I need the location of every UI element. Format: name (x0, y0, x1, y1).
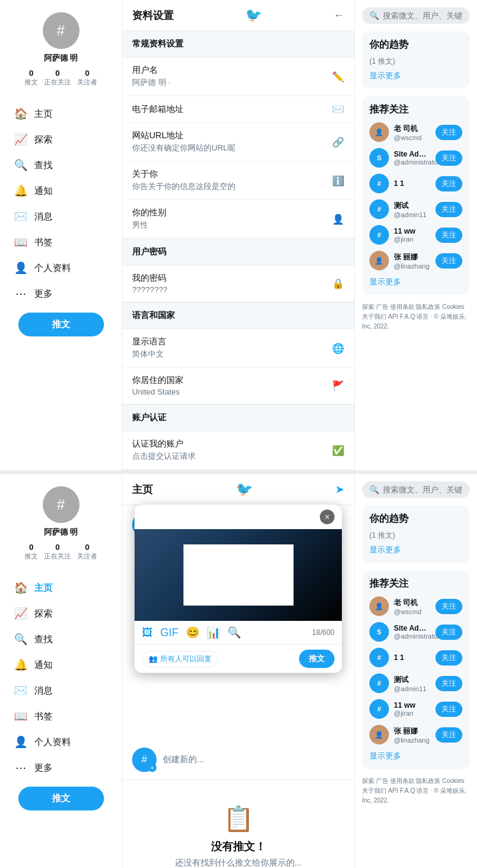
search-icon: 🔍 (13, 158, 28, 172)
search-tweet-icon[interactable]: 🔍 (227, 626, 241, 639)
follow-btn-2-3[interactable]: 关注 (435, 650, 462, 666)
settings-main: 资料设置 🐦 ← 常规资料设置 用户名 阿萨德 明 · ✏️ 电子邮箱地址 ✉️ (122, 0, 355, 470)
auth-setting[interactable]: 认证我的账户 点击提交认证请求 ✅ (122, 431, 354, 470)
sidebar-item-profile-2[interactable]: 👤个人资料 (6, 729, 116, 755)
info-icon: ℹ️ (332, 175, 344, 187)
sidebar-1: # 阿萨德 明 0 推文 0 正在关注 0 关注者 🏠主页 📈探索 🔍查找 🔔通… (0, 0, 122, 470)
follow-avatar-6: 👤 (369, 251, 389, 270)
password-setting[interactable]: 我的密码 ???????? 🔒 (122, 265, 354, 302)
modal-header: × (135, 505, 342, 529)
flag-icon: 🚩 (332, 380, 344, 391)
user-avatar-area: # 阿萨德 明 0 推文 0 正在关注 0 关注者 (6, 12, 116, 101)
stats-row: 0 推文 0 正在关注 0 关注者 (24, 69, 97, 87)
sidebar-item-messages-2[interactable]: ✉️消息 (6, 678, 116, 703)
modal-footer: 👥 所有人可以回复 推文 (135, 645, 342, 673)
sidebar-item-notifications-2[interactable]: 🔔通知 (6, 652, 116, 678)
username-setting[interactable]: 用户名 阿萨德 明 · ✏️ (122, 57, 354, 96)
sidebar-item-search-2[interactable]: 🔍查找 (6, 626, 116, 652)
search-input-1[interactable] (383, 11, 462, 20)
sidebar-2: # 阿萨德 明 0 推文 0 正在关注 0 关注者 🏠主页 📈探索 🔍查找 🔔通… (0, 474, 122, 868)
sidebar-item-home[interactable]: 🏠主页 (6, 101, 116, 127)
gif-icon[interactable]: GIF (160, 626, 179, 639)
follow-avatar-2-6: 👤 (369, 725, 389, 744)
auth-settings-section: 账户认证 认证我的账户 点击提交认证请求 ✅ (122, 405, 354, 470)
send-icon[interactable]: ➤ (335, 483, 344, 496)
trend-count-1: (1 推文) (369, 56, 462, 67)
follow-btn-1[interactable]: 关注 (435, 125, 462, 140)
search-input-2[interactable] (383, 485, 462, 494)
bell-icon-2: 🔔 (13, 658, 28, 672)
follow-btn-2-6[interactable]: 关注 (435, 727, 462, 743)
about-setting[interactable]: 关于你 你告关于你的信息这段是空的 ℹ️ (122, 161, 354, 200)
image-icon[interactable]: 🖼 (142, 626, 153, 639)
sidebar-item-messages[interactable]: ✉️消息 (6, 204, 116, 229)
tweet-button-1[interactable]: 推文 (18, 313, 104, 336)
follow-btn-2-5[interactable]: 关注 (435, 702, 462, 717)
emoji-icon[interactable]: 😊 (186, 626, 199, 639)
show-more-trends-2[interactable]: 显示更多 (369, 544, 462, 555)
email-setting[interactable]: 电子邮箱地址 ✉️ (122, 96, 354, 123)
home-title: 主页 (132, 483, 153, 497)
follow-btn-4[interactable]: 关注 (435, 202, 462, 217)
show-more-follow-2[interactable]: 显示更多 (369, 751, 462, 762)
bookmark-icon-2: 📖 (13, 710, 28, 723)
sidebar-item-search[interactable]: 🔍查找 (6, 152, 116, 178)
tweet-submit-button[interactable]: 推文 (299, 650, 335, 668)
username-display: 阿萨德 明 (44, 53, 78, 64)
follow-item-2-4: # 测试 @admin11 关注 (369, 673, 462, 693)
user-avatar-area-2: # 阿萨德 明 0 推文 0 正在关注 0 关注者 (6, 486, 116, 575)
edit-icon: ✏️ (332, 71, 344, 83)
country-setting[interactable]: 你居住的国家 United States 🚩 (122, 368, 354, 404)
search-box-2[interactable]: 🔍 (362, 481, 470, 498)
search-box-1[interactable]: 🔍 (362, 7, 470, 24)
follow-btn-3[interactable]: 关注 (435, 176, 462, 191)
no-tweets-subtitle: 还没有找到什么推文给你展示的... (135, 858, 342, 868)
footer-links-2: 探索 广告 使用条款 隐私政策 Cookies 关于我们 API F.A.Q 语… (362, 776, 470, 806)
search-icon-1: 🔍 (369, 11, 379, 20)
back-arrow-icon[interactable]: ← (333, 9, 344, 22)
follow-avatar-2-4: # (369, 673, 389, 693)
create-hashtag-row[interactable]: # + 创建新的... (122, 740, 354, 780)
sidebar-item-more-2[interactable]: ⋯更多 (6, 755, 116, 781)
sidebar-item-profile[interactable]: 👤个人资料 (6, 255, 116, 281)
show-more-follow-1[interactable]: 显示更多 (369, 276, 462, 287)
language-setting[interactable]: 显示语言 简体中文 🌐 (122, 329, 354, 368)
avatar-2: # (43, 486, 80, 523)
home-icon: 🏠 (13, 107, 28, 121)
tweet-button-2[interactable]: 推文 (18, 787, 104, 811)
twitter-bird-icon: 🐦 (245, 7, 262, 23)
follow-avatar-2-1: 👤 (369, 596, 389, 616)
follow-btn-2-1[interactable]: 关注 (435, 599, 462, 614)
follow-btn-2[interactable]: 关注 (435, 150, 462, 166)
follow-btn-2-2[interactable]: 关注 (435, 625, 462, 640)
sidebar-item-notifications[interactable]: 🔔通知 (6, 178, 116, 204)
follow-btn-2-4[interactable]: 关注 (435, 676, 462, 691)
website-setting[interactable]: 网站URL地址 你还没有确定你网站的URL呢 🔗 (122, 123, 354, 161)
sidebar-item-explore[interactable]: 📈探索 (6, 127, 116, 152)
profile-icon-2: 👤 (13, 735, 28, 749)
following-stat: 0 正在关注 (44, 69, 71, 87)
follow-item-6: 👤 张 丽娜 @linazhang 关注 (369, 251, 462, 270)
sidebar-item-bookmarks[interactable]: 📖书签 (6, 229, 116, 255)
modal-close-button[interactable]: × (320, 510, 335, 524)
sidebar-item-home-2[interactable]: 🏠主页 (6, 575, 116, 601)
follow-item-4: # 测试 @admin11 关注 (369, 199, 462, 219)
show-more-trends-1[interactable]: 显示更多 (369, 70, 462, 81)
sidebar-item-more[interactable]: ⋯更多 (6, 281, 116, 306)
follow-item-2-6: 👤 张 丽娜 @linazhang 关注 (369, 725, 462, 744)
sidebar-item-explore-2[interactable]: 📈探索 (6, 601, 116, 626)
reply-icon: 👥 (149, 655, 158, 663)
right-sidebar-1: 🔍 你的趋势 (1 推文) 显示更多 推荐关注 👤 老 司机 @wscmd 关注… (355, 0, 477, 470)
follow-btn-6[interactable]: 关注 (435, 253, 462, 269)
poll-icon[interactable]: 📊 (207, 626, 220, 639)
twitter-bird-icon-2: 🐦 (236, 481, 253, 497)
create-label: 创建新的... (163, 754, 204, 765)
reply-option[interactable]: 👥 所有人可以回复 (142, 651, 218, 667)
follow-btn-5[interactable]: 关注 (435, 228, 462, 243)
right-sidebar-2: 🔍 你的趋势 (1 推文) 显示更多 推荐关注 👤 老 司机 @wscmd 关注… (355, 474, 477, 868)
sidebar-item-bookmarks-2[interactable]: 📖书签 (6, 703, 116, 729)
follow-item-1: 👤 老 司机 @wscmd 关注 (369, 122, 462, 142)
follow-item-2-3: # 1 1 关注 (369, 648, 462, 667)
settings-title: 资料设置 (132, 9, 174, 23)
gender-setting[interactable]: 你的性别 男性 👤 (122, 200, 354, 239)
